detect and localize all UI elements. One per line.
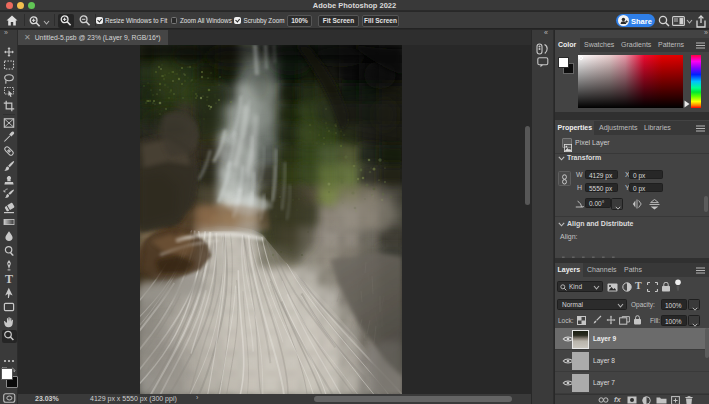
svg-text:T: T bbox=[5, 273, 13, 285]
